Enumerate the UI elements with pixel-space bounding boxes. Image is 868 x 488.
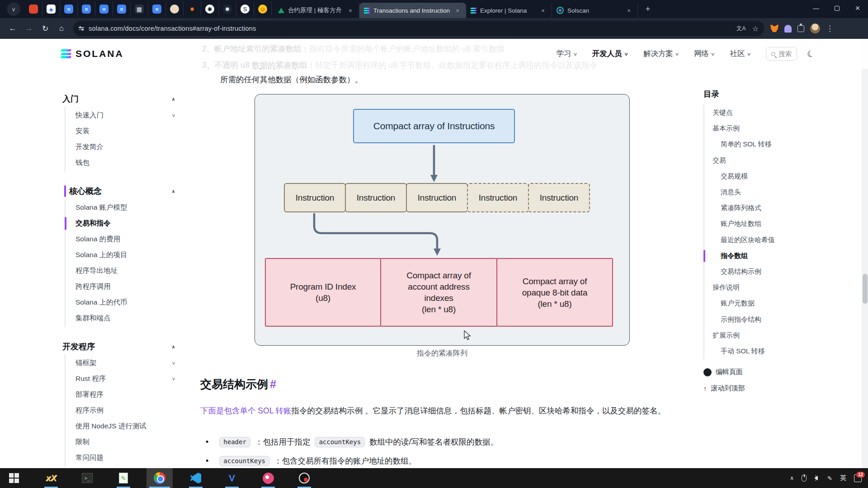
- sidebar-item[interactable]: 快速入门∨: [66, 108, 179, 123]
- extensions-puzzle-icon[interactable]: [797, 25, 804, 32]
- pinned-tab-doc-4[interactable]: ≡: [113, 1, 131, 17]
- toc-item[interactable]: 交易结构示例: [704, 264, 817, 280]
- taskbar-chrome-button[interactable]: [146, 468, 173, 488]
- sidebar-item[interactable]: 程序导出地址: [66, 263, 179, 279]
- tab-search-button[interactable]: ∨: [7, 2, 20, 16]
- pinned-tab-avatar[interactable]: [166, 1, 184, 17]
- sidebar-item[interactable]: 交易和指令: [66, 216, 179, 231]
- metamask-icon[interactable]: [770, 25, 778, 32]
- taskbar-xshell-button[interactable]: xX: [38, 468, 64, 488]
- sidebar-item[interactable]: 限制: [66, 434, 179, 450]
- sidebar-item[interactable]: 跨程序调用: [66, 279, 179, 295]
- sidebar-item[interactable]: Solana 账户模型: [66, 200, 179, 216]
- sidebar-item[interactable]: 开发简介: [66, 139, 179, 155]
- edit-page-link[interactable]: 编輯頁面: [703, 368, 743, 376]
- pen-icon[interactable]: ✎: [827, 475, 832, 482]
- hidden-icons-chevron[interactable]: ∧: [790, 475, 794, 481]
- page-scrollbar[interactable]: [862, 39, 868, 468]
- anchor-link[interactable]: #: [270, 378, 276, 390]
- phantom-icon[interactable]: [784, 25, 792, 33]
- maximize-button[interactable]: [826, 0, 847, 16]
- toc-item[interactable]: 紧凑阵列格式: [704, 200, 817, 216]
- pinned-tab-shield[interactable]: ◈: [42, 1, 60, 17]
- sidebar-section-title[interactable]: 核心概念∧: [62, 183, 179, 199]
- sidebar-item[interactable]: 程序示例: [66, 403, 179, 418]
- taskbar-start-button[interactable]: [1, 468, 27, 488]
- taskbar-red-swirl-app-button[interactable]: [255, 468, 281, 488]
- toc-item[interactable]: 操作说明: [704, 280, 817, 296]
- toc-item[interactable]: 消息头: [704, 184, 817, 200]
- pinned-tab-starburst[interactable]: ✸: [184, 1, 201, 17]
- sidebar-item[interactable]: 安装: [66, 123, 179, 139]
- toc-item[interactable]: 简单的 SOL 转移: [704, 136, 817, 152]
- sidebar-item[interactable]: 锚框架∨: [66, 355, 179, 371]
- toc-item[interactable]: 账户地址数组: [704, 216, 817, 232]
- site-controls-icon[interactable]: [79, 27, 84, 30]
- browser-tab[interactable]: Explorer | Solana×: [466, 3, 552, 18]
- input-language-indicator[interactable]: 英: [840, 474, 846, 482]
- nav-item-解决方案[interactable]: 解决方案∨: [643, 49, 679, 59]
- profile-avatar[interactable]: [810, 23, 820, 33]
- mouse-utility-icon[interactable]: [802, 474, 807, 482]
- home-button[interactable]: ⌂: [54, 21, 69, 36]
- toc-item[interactable]: 指令数组: [704, 248, 817, 264]
- toc-item[interactable]: 最近的区块哈希值: [704, 232, 817, 248]
- toc-item[interactable]: 示例指令结构: [704, 311, 817, 327]
- pinned-tab-doc-1[interactable]: ≡: [60, 1, 78, 17]
- browser-tab[interactable]: 合约原理 | 極客方舟×: [274, 3, 359, 18]
- taskbar-obs-button[interactable]: [291, 468, 317, 488]
- site-search[interactable]: 搜索: [766, 47, 797, 61]
- toc-item[interactable]: 账户元数据: [704, 296, 817, 311]
- toc-item[interactable]: 关键点: [704, 105, 817, 121]
- new-tab-button[interactable]: +: [642, 3, 654, 15]
- sidebar-item[interactable]: 集群和端点: [66, 310, 179, 326]
- sidebar-item[interactable]: 部署程序: [66, 387, 179, 403]
- nav-item-网络[interactable]: 网络∨: [694, 49, 714, 59]
- tab-close-icon[interactable]: ×: [346, 6, 354, 14]
- dark-mode-toggle[interactable]: ☾: [806, 47, 816, 60]
- tab-close-icon[interactable]: ×: [453, 6, 462, 14]
- address-bar[interactable]: solana.com/docs/core/transactions#array-…: [73, 21, 764, 36]
- pinned-tab-chip[interactable]: ▦: [131, 1, 148, 17]
- toc-item[interactable]: 基本示例: [704, 121, 817, 136]
- sidebar-item[interactable]: Rust 程序∨: [66, 371, 179, 387]
- back-button[interactable]: ←: [5, 21, 20, 36]
- sidebar-item[interactable]: 钱包: [66, 155, 179, 171]
- pinned-tab-dark-swirl[interactable]: ✹: [219, 1, 236, 17]
- browser-tab[interactable]: Transactions and Instructions×: [359, 3, 466, 18]
- sidebar-section-title[interactable]: 入门∧: [62, 91, 179, 107]
- sidebar-item[interactable]: Solana 上的项目: [66, 247, 179, 263]
- sidebar-section-title[interactable]: 开发程序∧: [62, 339, 179, 354]
- pinned-tab-red-app[interactable]: [25, 1, 42, 17]
- sidebar-item[interactable]: 使用 NodeJS 进行测试: [66, 418, 179, 434]
- sol-transfer-link[interactable]: 下面是包含单个 SOL 转账: [200, 406, 292, 415]
- taskbar-vscode-button[interactable]: [183, 468, 209, 488]
- translate-icon[interactable]: 文A: [736, 25, 746, 33]
- tab-close-icon[interactable]: ×: [625, 6, 633, 14]
- toc-item[interactable]: 交易: [704, 153, 817, 169]
- volume-icon[interactable]: [814, 476, 818, 480]
- taskbar-notepadpp-button[interactable]: ✎: [110, 468, 137, 488]
- browser-menu-icon[interactable]: ⋮: [826, 24, 834, 33]
- nav-item-开发人员[interactable]: 开发人员∨: [592, 49, 628, 59]
- bookmark-star-icon[interactable]: ☆: [752, 24, 759, 33]
- toc-item[interactable]: 手动 SOL 转移: [704, 343, 817, 359]
- close-button[interactable]: ×: [847, 0, 868, 16]
- nav-item-学习[interactable]: 学习∨: [557, 49, 577, 59]
- sidebar-item[interactable]: 常问问题: [66, 450, 179, 466]
- sidebar-item[interactable]: Solana 的费用: [66, 231, 179, 247]
- forward-button[interactable]: →: [22, 21, 36, 36]
- pinned-tab-doc-2[interactable]: ≡: [78, 1, 95, 17]
- pinned-tab-doc-3[interactable]: ≡: [95, 1, 113, 17]
- pinned-tab-smiley[interactable]: ☺: [254, 1, 272, 17]
- minimize-button[interactable]: —: [806, 0, 826, 16]
- scroll-to-top-link[interactable]: ↑ 滚动到顶部: [703, 384, 745, 393]
- sidebar-item[interactable]: Solana 上的代币: [66, 295, 179, 310]
- reload-button[interactable]: ↻: [38, 21, 52, 36]
- scrollbar-thumb[interactable]: [863, 274, 868, 304]
- taskbar-terminal-button[interactable]: >_: [74, 468, 100, 488]
- pinned-tab-doc-5[interactable]: ≡: [148, 1, 166, 17]
- pinned-tab-s-coin[interactable]: S: [236, 1, 254, 17]
- browser-tab[interactable]: Solscan×: [552, 3, 638, 18]
- taskbar-v2ray-button[interactable]: V: [219, 468, 245, 488]
